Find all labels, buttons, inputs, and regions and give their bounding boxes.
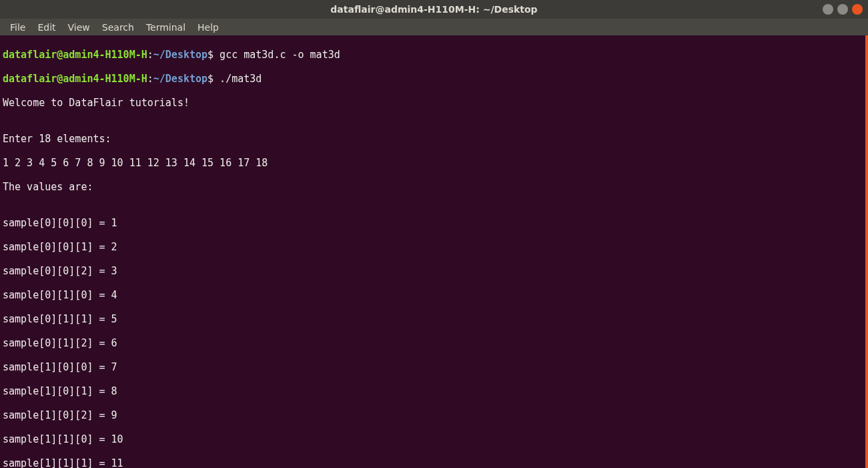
- minimize-button[interactable]: [823, 4, 833, 15]
- scrollbar[interactable]: [865, 35, 868, 468]
- menu-file[interactable]: File: [4, 20, 31, 35]
- output-line: sample[0][1][1] = 5: [3, 313, 865, 325]
- output-line: Enter 18 elements:: [3, 133, 865, 145]
- terminal-area[interactable]: dataflair@admin4-H110M-H:~/Desktop$ gcc …: [0, 35, 868, 468]
- prompt-path: ~/Desktop: [153, 73, 207, 85]
- prompt-sigil: $: [207, 73, 213, 85]
- output-line: sample[1][0][0] = 7: [3, 361, 865, 373]
- prompt-separator: :: [147, 73, 153, 85]
- prompt-userhost: dataflair@admin4-H110M-H: [3, 49, 147, 61]
- output-line: sample[0][0][0] = 1: [3, 217, 865, 229]
- menu-help[interactable]: Help: [191, 20, 225, 35]
- output-line: sample[0][1][2] = 6: [3, 337, 865, 349]
- prompt-path: ~/Desktop: [153, 49, 207, 61]
- terminal-line: dataflair@admin4-H110M-H:~/Desktop$ ./ma…: [3, 73, 865, 85]
- menu-terminal[interactable]: Terminal: [140, 20, 191, 35]
- output-line: sample[1][1][1] = 11: [3, 457, 865, 468]
- prompt-sigil: $: [207, 49, 213, 61]
- close-button[interactable]: [852, 4, 863, 15]
- output-line: sample[0][0][1] = 2: [3, 241, 865, 253]
- window-controls: [823, 4, 863, 15]
- menu-view[interactable]: View: [62, 20, 96, 35]
- window-title: dataflair@admin4-H110M-H: ~/Desktop: [330, 4, 537, 15]
- output-line: Welcome to DataFlair tutorials!: [3, 97, 865, 109]
- output-line: The values are:: [3, 181, 865, 193]
- prompt-separator: :: [147, 49, 153, 61]
- command-text: gcc mat3d.c -o mat3d: [213, 49, 340, 61]
- output-line: sample[1][0][1] = 8: [3, 385, 865, 397]
- menubar: File Edit View Search Terminal Help: [0, 19, 868, 35]
- output-line: sample[1][1][0] = 10: [3, 433, 865, 445]
- terminal-line: dataflair@admin4-H110M-H:~/Desktop$ gcc …: [3, 49, 865, 61]
- command-text: ./mat3d: [213, 73, 262, 85]
- menu-search[interactable]: Search: [96, 20, 140, 35]
- prompt-userhost: dataflair@admin4-H110M-H: [3, 73, 147, 85]
- window-titlebar: dataflair@admin4-H110M-H: ~/Desktop: [0, 0, 868, 19]
- output-line: sample[0][0][2] = 3: [3, 265, 865, 277]
- output-line: sample[0][1][0] = 4: [3, 289, 865, 301]
- output-line: 1 2 3 4 5 6 7 8 9 10 11 12 13 14 15 16 1…: [3, 157, 865, 169]
- output-line: sample[1][0][2] = 9: [3, 409, 865, 421]
- maximize-button[interactable]: [837, 4, 848, 15]
- menu-edit[interactable]: Edit: [31, 20, 61, 35]
